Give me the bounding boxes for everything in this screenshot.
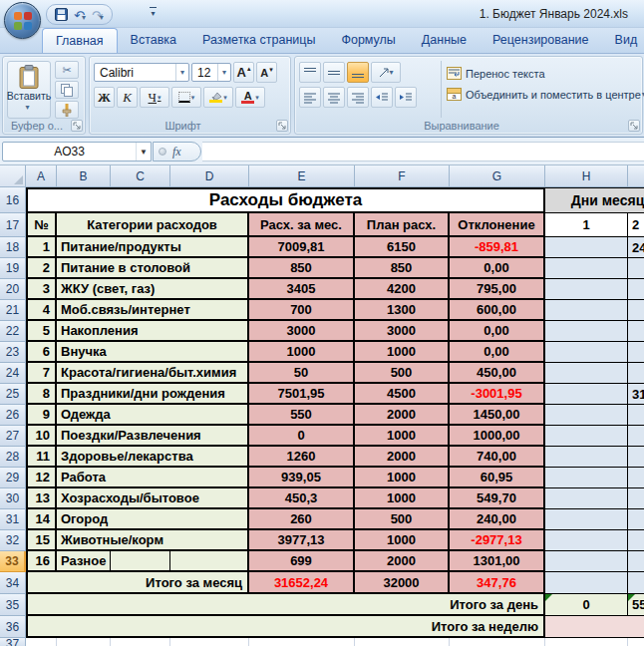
empty-cell-37-5[interactable] (355, 638, 450, 646)
font-name-combo[interactable]: Calibri ▾ (94, 63, 189, 82)
actual-cell-27[interactable]: 0 (249, 426, 355, 447)
row-header-16[interactable]: 16 (0, 187, 26, 213)
num-cell-24[interactable]: 7 (26, 363, 57, 384)
category-cell-31[interactable]: Огород (57, 509, 249, 530)
plan-cell-31[interactable]: 500 (355, 509, 450, 530)
header-day-1-cell[interactable]: 1 (545, 213, 628, 237)
tab-0[interactable]: Главная (42, 28, 118, 53)
day1-cell-30[interactable] (545, 488, 628, 509)
deviation-cell-22[interactable]: 0,00 (450, 321, 545, 342)
column-header-I[interactable]: I (628, 165, 644, 187)
formula-input[interactable] (202, 142, 644, 162)
day1-cell-34[interactable] (545, 572, 628, 594)
day1-cell-18[interactable] (545, 237, 628, 258)
tab-6[interactable]: Вид (602, 29, 644, 53)
deviation-cell-25[interactable]: -3001,95 (450, 384, 545, 405)
font-dialog-launcher[interactable] (276, 120, 288, 132)
num-cell-32[interactable]: 15 (26, 530, 57, 551)
day2-cell-19[interactable] (628, 258, 644, 279)
column-header-G[interactable]: G (450, 165, 545, 187)
num-cell-33[interactable]: 16 (26, 551, 57, 572)
day2-cell-30[interactable] (628, 488, 644, 509)
actual-cell-33[interactable]: 699 (249, 551, 355, 572)
empty-cell-37-6[interactable] (450, 638, 545, 646)
num-cell-18[interactable]: 1 (26, 237, 57, 258)
column-header-D[interactable]: D (170, 165, 249, 187)
underline-button[interactable]: Ч▾ (140, 87, 169, 108)
select-all-corner[interactable] (0, 165, 26, 187)
category-cell-29[interactable]: Работа (57, 468, 249, 488)
actual-cell-28[interactable]: 1260 (249, 447, 355, 468)
align-top-button[interactable] (299, 62, 321, 83)
shrink-font-button[interactable]: А▾ (256, 62, 277, 83)
day2-cell-22[interactable] (628, 321, 644, 342)
day1-cell-24[interactable] (545, 363, 628, 384)
day1-cell-19[interactable] (545, 258, 628, 279)
category-cell-32[interactable]: Животные/корм (57, 530, 249, 551)
month-total-deviation-cell[interactable]: 347,76 (450, 572, 545, 594)
deviation-cell-21[interactable]: 600,00 (450, 300, 545, 321)
deviation-cell-24[interactable]: 450,00 (450, 363, 545, 384)
undo-dropdown-icon[interactable]: ▾ (82, 13, 86, 22)
day2-cell-34[interactable] (628, 572, 644, 594)
clipboard-dialog-launcher[interactable] (71, 120, 83, 132)
budget-title-cell[interactable]: Расходы бюджета (26, 187, 545, 213)
deviation-cell-29[interactable]: 60,95 (450, 468, 545, 488)
grow-font-button[interactable]: А▴ (233, 62, 254, 83)
day1-cell-32[interactable] (545, 530, 628, 551)
actual-cell-22[interactable]: 3000 (249, 321, 355, 342)
day2-cell-33[interactable] (628, 551, 644, 572)
category-cell-33[interactable]: Разное (57, 551, 111, 572)
month-total-label-cell[interactable]: Итого за месяц (26, 572, 249, 594)
plan-cell-19[interactable]: 850 (355, 258, 450, 279)
month-total-plan-cell[interactable]: 32000 (355, 572, 450, 594)
plan-cell-20[interactable]: 4200 (355, 279, 450, 300)
column-header-A[interactable]: A (26, 165, 57, 187)
actual-cell-23[interactable]: 1000 (249, 342, 355, 363)
num-cell-30[interactable]: 13 (26, 488, 57, 509)
day2-cell-32[interactable] (628, 530, 644, 551)
num-cell-20[interactable]: 3 (26, 279, 57, 300)
save-icon[interactable] (55, 8, 68, 21)
header-category-cell[interactable]: Категории расходов (57, 213, 249, 237)
day2-cell-24[interactable] (628, 363, 644, 384)
num-cell-27[interactable]: 10 (26, 426, 57, 447)
row-header-29[interactable]: 29 (0, 468, 26, 488)
category-cell-22[interactable]: Накопления (57, 321, 249, 342)
row-header-32[interactable]: 32 (0, 530, 26, 551)
row-header-28[interactable]: 28 (0, 447, 26, 468)
day2-cell-27[interactable] (628, 426, 644, 447)
day2-cell-25[interactable]: 31 (628, 384, 644, 405)
row-header-27[interactable]: 27 (0, 426, 26, 447)
row-header-36[interactable]: 36 (0, 616, 26, 638)
day1-cell-33[interactable] (545, 551, 628, 572)
day-total-1-cell[interactable]: 0 (545, 594, 628, 616)
tab-4[interactable]: Данные (409, 29, 480, 53)
deviation-cell-32[interactable]: -2977,13 (450, 530, 545, 551)
insert-function-button[interactable]: fx (153, 142, 201, 162)
empty-cell-37-1[interactable] (57, 638, 111, 646)
plan-cell-27[interactable]: 1000 (355, 426, 450, 447)
tab-3[interactable]: Формулы (328, 29, 408, 53)
plan-cell-22[interactable]: 3000 (355, 321, 450, 342)
copy-button[interactable] (55, 81, 79, 99)
row-header-26[interactable]: 26 (0, 405, 26, 426)
plan-cell-23[interactable]: 1000 (355, 342, 450, 363)
header-actual-cell[interactable]: Расх. за мес. (249, 213, 355, 237)
empty-cell-37-8[interactable] (628, 638, 644, 646)
day2-cell-26[interactable] (628, 405, 644, 426)
category-cell-27[interactable]: Поездки/Развлечения (57, 426, 249, 447)
day1-cell-28[interactable] (545, 447, 628, 468)
day2-cell-28[interactable] (628, 447, 644, 468)
num-cell-31[interactable]: 14 (26, 509, 57, 530)
deviation-cell-20[interactable]: 795,00 (450, 279, 545, 300)
category-cell-28[interactable]: Здоровье/лекарства (57, 447, 249, 468)
category-cell-24[interactable]: Красота/гигиена/быт.химия (57, 363, 249, 384)
day2-cell-20[interactable] (628, 279, 644, 300)
deviation-cell-26[interactable]: 1450,00 (450, 405, 545, 426)
column-header-C[interactable]: C (111, 165, 170, 187)
day1-cell-31[interactable] (545, 509, 628, 530)
plan-cell-29[interactable]: 1000 (355, 468, 450, 488)
actual-cell-26[interactable]: 550 (249, 405, 355, 426)
alignment-dialog-launcher[interactable] (628, 120, 640, 132)
